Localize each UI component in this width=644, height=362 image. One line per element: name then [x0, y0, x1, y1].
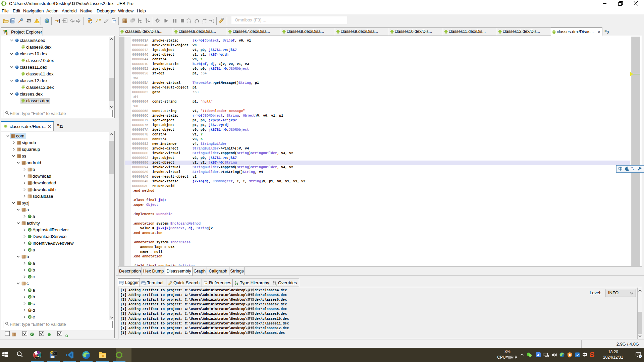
svg-text:1: 1 [640, 355, 641, 358]
svg-text:C: C [29, 268, 31, 272]
svg-text:C: C [29, 242, 31, 245]
svg-text:C: C [31, 333, 33, 336]
svg-text:JA: JA [35, 353, 38, 355]
svg-text:DX: DX [36, 355, 39, 358]
svg-text:C: C [29, 315, 31, 318]
svg-text:C: C [29, 302, 31, 305]
svg-text:C: C [29, 235, 31, 238]
svg-text:C: C [29, 248, 31, 251]
svg-text:C: C [29, 228, 31, 231]
svg-text:C: C [29, 275, 31, 278]
svg-text:C: C [29, 262, 31, 265]
svg-text:C: C [29, 295, 31, 298]
svg-text:/*: /* [95, 18, 101, 24]
svg-text:C: C [29, 215, 31, 218]
svg-text:E: E [29, 309, 31, 312]
svg-text:C: C [29, 289, 31, 292]
